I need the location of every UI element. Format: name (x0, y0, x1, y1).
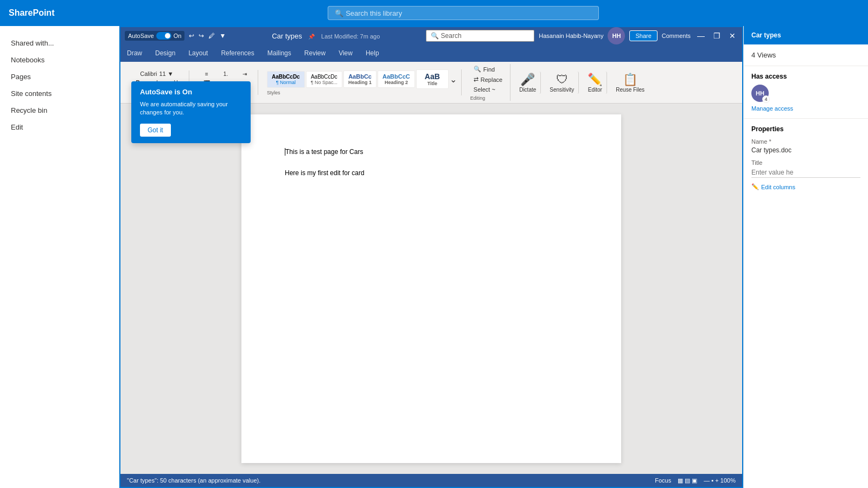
select-label: Select ~ (474, 86, 495, 93)
editing-group: 🔍 Find ⇄ Replace Select ~ Editing (466, 64, 510, 101)
select-button[interactable]: Select ~ (470, 85, 506, 94)
user-name: Hasanain Habib-Nayany (539, 33, 603, 39)
access-count: 4 (762, 95, 770, 103)
style-no-spacing[interactable]: AaBbCcDc ¶ No Spac... (306, 71, 342, 88)
sharepoint-logo: SharePoint (9, 8, 54, 18)
style-h1-label: Heading 1 (348, 80, 372, 85)
sidebar-item-edit[interactable]: Edit (0, 119, 119, 136)
style-normal[interactable]: AaBbCcDc ¶ Normal (267, 71, 305, 88)
focus-button[interactable]: Focus (655, 477, 671, 484)
style-h2-label: Heading 2 (382, 80, 410, 85)
reuse-files-button[interactable]: 📋 Reuse Files (611, 72, 649, 94)
replace-label: Replace (481, 76, 502, 83)
sidebar-item-recycle-bin[interactable]: Recycle bin (0, 102, 119, 119)
editor-button[interactable]: ✏️ Editor (583, 72, 607, 94)
sidebar-item-shared-with[interactable]: Shared with... (0, 35, 119, 52)
ribbon-tab-mailings[interactable]: Mailings (261, 44, 298, 62)
edit-col-icon: ✏️ (751, 183, 759, 190)
redo-icon[interactable]: ↪ (199, 32, 204, 40)
quick-access-more-icon[interactable]: ▼ (219, 32, 226, 40)
pin-icon: 📌 (308, 34, 315, 40)
ribbon-tab-design[interactable]: Design (149, 44, 182, 62)
minimize-button[interactable]: — (695, 31, 707, 40)
close-button[interactable]: ✕ (727, 31, 738, 40)
dictate-button[interactable]: 🎤 Dictate (515, 72, 541, 94)
sharepoint-search[interactable]: 🔍 Search this library (328, 6, 599, 20)
sensitivity-icon: 🛡 (556, 73, 568, 87)
font-size[interactable]: 11 ▼ (159, 70, 174, 77)
word-titlebar: AutoSave On ↩ ↪ 🖉 ▼ Car types 📌 Last Mod… (120, 27, 742, 44)
styles-gallery: AaBbCcDc ¶ Normal AaBbCcDc ¶ No Spac... … (267, 69, 457, 89)
find-label: Find (483, 66, 495, 73)
ribbon-tab-help[interactable]: Help (359, 44, 386, 62)
indent-button[interactable]: ⇥ (236, 70, 253, 78)
reuse-files-label: Reuse Files (616, 87, 644, 93)
replace-button[interactable]: ⇄ Replace (470, 74, 506, 85)
ribbon-tab-draw[interactable]: Draw (120, 44, 149, 62)
font-name[interactable]: Calibri (140, 70, 157, 77)
sidebar-item-pages[interactable]: Pages (0, 68, 119, 85)
word-statusbar: "Car types": 50 characters (an approxima… (120, 474, 742, 487)
properties-section: Properties Name * Car types.doc Title ✏️… (744, 119, 868, 197)
title-input[interactable] (751, 168, 860, 178)
share-button[interactable]: Share (629, 30, 657, 41)
document-title: Car types 📌 Last Modified: 7m ago (272, 32, 380, 40)
style-no-spacing-text: AaBbCcDc (311, 74, 337, 80)
find-button[interactable]: 🔍 Find (470, 64, 506, 74)
access-badge: HH 4 (751, 85, 769, 102)
name-value: Car types.doc (751, 146, 860, 154)
titlebar-right: 🔍 Search Hasanain Habib-Nayany HH Share … (426, 27, 738, 44)
editor-icon: ✏️ (588, 73, 602, 87)
ribbon-tabs: Draw Design Layout References Mailings R… (120, 44, 742, 62)
title-property: Title (751, 159, 860, 178)
styles-more-button[interactable]: ⌄ (450, 74, 457, 85)
search-icon: 🔍 (431, 32, 439, 40)
undo-icon[interactable]: ↩ (189, 32, 194, 40)
sensitivity-button[interactable]: 🛡 Sensitivity (545, 72, 579, 94)
autosave-toggle[interactable]: AutoSave On (125, 31, 184, 41)
titlebar-left: AutoSave On ↩ ↪ 🖉 ▼ (125, 31, 226, 41)
ribbon-search-box[interactable]: 🔍 Search (426, 30, 534, 42)
title-label: Title (751, 159, 860, 166)
edit-columns-button[interactable]: ✏️ Edit columns (751, 183, 860, 190)
restore-button[interactable]: ❐ (711, 31, 723, 40)
document-paragraph-1[interactable]: This is a test page for Cars (285, 147, 578, 157)
style-title-text: AaB (421, 72, 444, 81)
autosave-state: On (174, 33, 182, 39)
style-title[interactable]: AaB Title (416, 69, 449, 89)
zoom-control[interactable]: — ▪ + 100% (704, 477, 736, 484)
has-access-section: Has access HH 4 Manage access (744, 66, 868, 119)
editing-group-label: Editing (470, 95, 506, 101)
bullets-button[interactable]: ≡ (198, 70, 215, 78)
sidebar-item-notebooks[interactable]: Notebooks (0, 52, 119, 68)
editor-label: Editor (588, 87, 602, 93)
replace-icon: ⇄ (474, 76, 478, 83)
ribbon-tab-view[interactable]: View (332, 44, 359, 62)
find-icon: 🔍 (474, 66, 481, 73)
word-container: AutoSave is On We are automatically savi… (119, 26, 743, 488)
sidebar-item-site-contents[interactable]: Site contents (0, 85, 119, 102)
numbering-button[interactable]: 1. (217, 70, 234, 78)
quick-access-icon[interactable]: 🖉 (208, 32, 215, 40)
view-icons: ▦ ▤ ▣ (678, 477, 697, 484)
search-placeholder-text: Search this library (346, 9, 402, 17)
style-heading2[interactable]: AaBbCcC Heading 2 (378, 70, 415, 88)
user-avatar: HH (608, 27, 625, 44)
comments-button[interactable]: Comments (662, 33, 691, 39)
manage-access-link[interactable]: Manage access (751, 105, 860, 112)
style-title-label: Title (421, 81, 444, 86)
ribbon-tab-review[interactable]: Review (298, 44, 332, 62)
document-paragraph-2[interactable]: Here is my first edit for card (285, 168, 578, 178)
name-property: Name * Car types.doc (751, 138, 860, 154)
last-modified: Last Modified: 7m ago (321, 33, 380, 40)
ribbon-tab-references[interactable]: References (214, 44, 260, 62)
dictate-icon: 🎤 (520, 73, 535, 87)
got-it-button[interactable]: Got it (140, 124, 171, 137)
autosave-toggle-switch[interactable] (156, 32, 171, 40)
properties-title: Properties (751, 125, 860, 133)
document-area[interactable]: This is a test page for Cars Here is my … (120, 104, 742, 474)
ribbon-tab-layout[interactable]: Layout (182, 44, 214, 62)
statusbar-right: Focus ▦ ▤ ▣ — ▪ + 100% (655, 477, 736, 484)
style-heading1[interactable]: AaBbCc Heading 1 (343, 70, 376, 88)
styles-group-label: Styles (267, 90, 280, 95)
